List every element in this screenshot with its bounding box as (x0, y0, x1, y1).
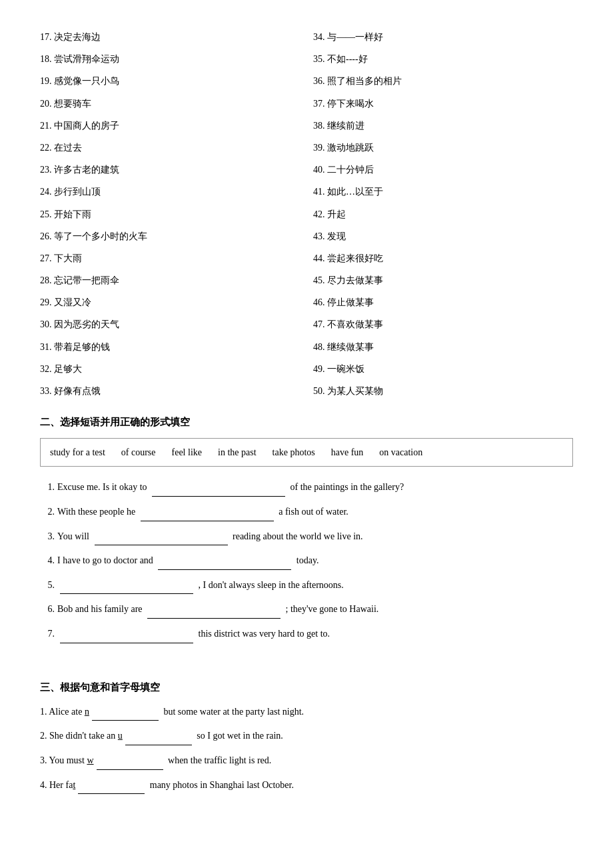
vocab-item-left: 21. 中国商人的房子 (40, 115, 300, 136)
fill-blank-item: 1. Excuse me. Is it okay to of the paint… (40, 479, 573, 497)
vocab-item-left: 28. 忘记带一把雨伞 (40, 270, 300, 291)
vocab-item-left: 17. 决定去海边 (40, 27, 300, 47)
sentence-number: 7. (40, 625, 55, 643)
sentence-content: You will reading about the world we live… (57, 528, 363, 546)
phrase-item: on vacation (379, 444, 422, 461)
answer-blank[interactable] (78, 784, 145, 794)
sentence-number: 3. (40, 528, 55, 546)
sentence-content: this district was very hard to get to. (57, 625, 330, 643)
phrase-box: study for a testof coursefeel likein the… (40, 438, 573, 467)
vocabulary-grid: 17. 决定去海边34. 与——一样好18. 尝试滑翔伞运动35. 不如----… (40, 27, 573, 401)
section3-item: 2. She didn't take an u so I got wet in … (40, 727, 573, 745)
section3-item: 3. You must w when the traffic light is … (40, 752, 573, 770)
vocab-item-right: 42. 升起 (313, 204, 573, 225)
vocab-item-right: 45. 尽力去做某事 (313, 270, 573, 291)
vocab-item-left: 31. 带着足够的钱 (40, 337, 300, 357)
sentence-content: , I don't always sleep in the afternoons… (57, 577, 344, 595)
fill-blank-list: 1. Excuse me. Is it okay to of the paint… (40, 479, 573, 643)
sentence-content: I have to go to doctor and today. (57, 552, 319, 570)
section2-container: 二、选择短语并用正确的形式填空 study for a testof cours… (40, 413, 573, 643)
sentence-number: 1. (40, 479, 55, 497)
answer-blank[interactable] (92, 711, 159, 721)
vocab-item-right: 50. 为某人买某物 (313, 381, 573, 401)
fill-blank-item: 3. You will reading about the world we l… (40, 528, 573, 546)
vocab-item-left: 20. 想要骑车 (40, 93, 300, 114)
vocab-item-left: 23. 许多古老的建筑 (40, 159, 300, 180)
fill-blank-item: 5. , I don't always sleep in the afterno… (40, 577, 573, 595)
vocab-item-left: 25. 开始下雨 (40, 204, 300, 225)
vocab-item-left: 24. 步行到山顶 (40, 181, 300, 202)
sentence-number: 2. (40, 731, 49, 741)
vocab-item-right: 41. 如此…以至于 (313, 181, 573, 202)
section2-title: 二、选择短语并用正确的形式填空 (40, 413, 573, 431)
sentence-number: 4. (40, 552, 55, 570)
vocab-item-right: 48. 继续做某事 (313, 337, 573, 357)
vocab-item-right: 46. 停止做某事 (313, 292, 573, 313)
vocab-item-right: 35. 不如----好 (313, 49, 573, 69)
section3-title: 三、根据句意和首字母填空 (40, 679, 573, 697)
vocab-item-right: 47. 不喜欢做某事 (313, 314, 573, 335)
vocab-item-left: 30. 因为恶劣的天气 (40, 314, 300, 335)
phrase-item: take photos (273, 444, 315, 461)
sentence-content: With these people he a fish out of water… (57, 503, 348, 521)
first-letter: t (73, 780, 75, 790)
answer-blank[interactable] (141, 511, 274, 521)
phrase-item: in the past (218, 444, 257, 461)
section3-list: 1. Alice ate n but some water at the par… (40, 703, 573, 794)
vocab-item-right: 49. 一碗米饭 (313, 359, 573, 379)
sentence-number: 4. (40, 780, 49, 790)
vocab-item-right: 40. 二十分钟后 (313, 159, 573, 180)
vocab-item-right: 36. 照了相当多的相片 (313, 71, 573, 91)
vocab-item-right: 37. 停下来喝水 (313, 93, 573, 114)
vocab-item-right: 43. 发现 (313, 226, 573, 247)
sentence-number: 5. (40, 577, 55, 595)
fill-blank-item: 7. this district was very hard to get to… (40, 625, 573, 643)
answer-blank[interactable] (125, 735, 192, 745)
phrase-item: have fun (331, 444, 364, 461)
first-letter: w (87, 755, 93, 765)
sentence-number: 2. (40, 503, 55, 521)
vocab-item-left: 32. 足够大 (40, 359, 300, 379)
sentence-content: Excuse me. Is it okay to of the painting… (57, 479, 404, 497)
fill-blank-item: 6. Bob and his family are ; they've gone… (40, 601, 573, 619)
fill-blank-item: 4. I have to go to doctor and today. (40, 552, 573, 570)
vocab-item-left: 19. 感觉像一只小鸟 (40, 71, 300, 91)
phrase-item: of course (121, 444, 156, 461)
sentence-number: 6. (40, 601, 55, 619)
answer-blank[interactable] (158, 559, 291, 569)
answer-blank[interactable] (152, 487, 285, 497)
answer-blank[interactable] (147, 609, 281, 619)
vocab-item-left: 22. 在过去 (40, 137, 300, 158)
vocab-item-right: 38. 继续前进 (313, 115, 573, 136)
vocab-item-left: 33. 好像有点饿 (40, 381, 300, 401)
sentence-content: Bob and his family are ; they've gone to… (57, 601, 378, 619)
section3-item: 4. Her fat many photos in Shanghai last … (40, 777, 573, 795)
first-letter: u (118, 731, 123, 741)
phrase-item: study for a test (50, 444, 105, 461)
answer-blank[interactable] (60, 633, 193, 643)
answer-blank[interactable] (97, 759, 163, 769)
first-letter: n (85, 707, 89, 717)
vocab-item-left: 29. 又湿又冷 (40, 292, 300, 313)
section3-item: 1. Alice ate n but some water at the par… (40, 703, 573, 721)
answer-blank[interactable] (60, 584, 193, 594)
phrase-item: feel like (172, 444, 202, 461)
vocab-item-left: 27. 下大雨 (40, 248, 300, 269)
vocab-item-right: 39. 激动地跳跃 (313, 137, 573, 158)
sentence-number: 3. (40, 755, 49, 765)
vocab-columns: 17. 决定去海边34. 与——一样好18. 尝试滑翔伞运动35. 不如----… (40, 27, 573, 401)
vocab-item-right: 44. 尝起来很好吃 (313, 248, 573, 269)
sentence-number: 1. (40, 707, 49, 717)
vocab-item-left: 26. 等了一个多小时的火车 (40, 226, 300, 247)
vocab-item-left: 18. 尝试滑翔伞运动 (40, 49, 300, 69)
vocab-item-right: 34. 与——一样好 (313, 27, 573, 47)
fill-blank-item: 2. With these people he a fish out of wa… (40, 503, 573, 521)
section3-container: 三、根据句意和首字母填空 1. Alice ate n but some wat… (40, 679, 573, 794)
answer-blank[interactable] (95, 535, 228, 545)
